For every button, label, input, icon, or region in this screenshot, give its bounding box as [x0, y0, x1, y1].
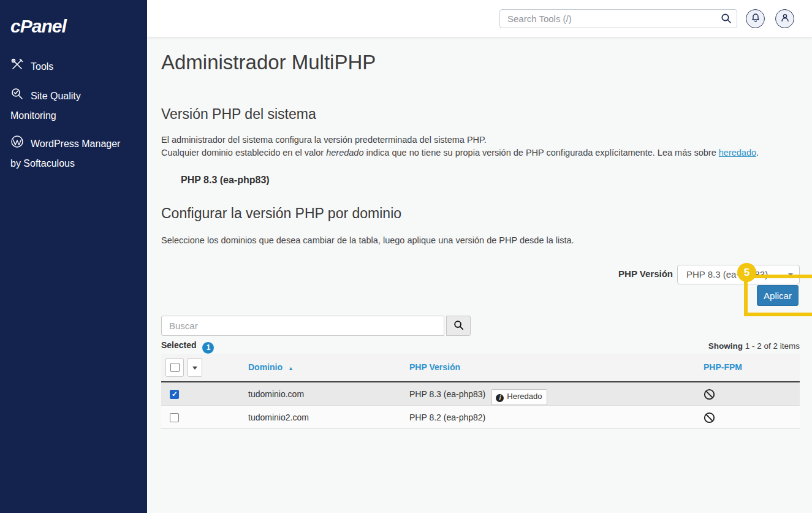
select-all-dropdown[interactable]: [188, 358, 202, 377]
sidebar-item-wordpress-manager[interactable]: WordPress Manager by Softaculous: [0, 135, 147, 173]
sidebar: cPanel Tools Site Quality Monitoring: [0, 0, 147, 513]
site-quality-icon: [10, 87, 25, 107]
prohibited-icon: [704, 412, 715, 425]
table-row: tudominio.com PHP 8.3 (ea-php83)Heredado: [161, 381, 800, 405]
column-header-domain[interactable]: Dominio ▲: [248, 362, 294, 372]
system-php-description: El administrador del sistema configura l…: [161, 134, 811, 159]
table-header: Dominio ▲ PHP Versión PHP-FPM: [161, 354, 800, 381]
inherited-italic: heredado: [326, 148, 363, 158]
column-header-php-fpm[interactable]: PHP-FPM: [704, 362, 742, 372]
sidebar-item-site-quality-monitoring[interactable]: Site Quality Monitoring: [0, 87, 147, 125]
page-title: Administrador MultiPHP: [161, 51, 376, 74]
per-domain-description: Seleccione los dominios que desea cambia…: [161, 234, 811, 247]
select-all-control: [165, 358, 202, 377]
info-icon: [496, 394, 504, 402]
showing-items: Showing 1 - 2 of 2 items: [708, 341, 800, 351]
top-header: [147, 0, 812, 37]
sidebar-item-tools[interactable]: Tools: [0, 58, 147, 77]
cpanel-logo[interactable]: cPanel: [0, 0, 147, 37]
php-version-cell: PHP 8.2 (ea-php82): [409, 412, 485, 422]
sidebar-item-label: Tools: [31, 61, 53, 72]
php-version-select[interactable]: PHP 8.3 (ea-php83): [677, 265, 800, 284]
column-header-php-version[interactable]: PHP Versión: [409, 362, 460, 372]
php-version-selected-value: PHP 8.3 (ea-php83): [686, 269, 768, 279]
checkbox-icon: [170, 363, 180, 372]
row-checkbox[interactable]: [170, 413, 179, 422]
tools-search: [499, 9, 737, 28]
sidebar-nav: Tools Site Quality Monitoring WordPress …: [0, 58, 147, 173]
selected-count-badge: 1: [202, 342, 214, 354]
inherited-badge: Heredado: [491, 389, 547, 405]
search-icon[interactable]: [721, 13, 732, 26]
system-php-version: PHP 8.3 (ea-php83): [181, 175, 270, 186]
table-search-button[interactable]: [446, 316, 471, 336]
per-domain-heading: Configurar la versión PHP por dominio: [161, 205, 401, 222]
php-version-label: PHP Versión: [618, 268, 673, 279]
main-content: Administrador MultiPHP Versión PHP del s…: [147, 37, 812, 513]
row-checkbox[interactable]: [170, 390, 179, 399]
table-search-input[interactable]: [161, 316, 444, 336]
sort-asc-icon: ▲: [288, 365, 294, 371]
tools-icon: [10, 58, 25, 77]
prohibited-icon: [704, 389, 715, 402]
select-all-checkbox[interactable]: [165, 358, 184, 377]
search-input[interactable]: [499, 9, 737, 28]
domain-cell: tudominio2.com: [248, 412, 309, 422]
user-icon: [780, 13, 790, 25]
inherited-link[interactable]: heredado: [719, 148, 756, 158]
wordpress-icon: [10, 135, 25, 154]
account-button[interactable]: [775, 9, 794, 28]
system-php-heading: Versión PHP del sistema: [161, 106, 316, 123]
chevron-down-icon: [192, 367, 197, 370]
domains-table: Dominio ▲ PHP Versión PHP-FPM tudominio.…: [161, 354, 800, 429]
notifications-button[interactable]: [746, 9, 765, 28]
bell-icon: [751, 13, 761, 25]
apply-button[interactable]: Aplicar: [757, 285, 799, 306]
table-search: [161, 316, 471, 336]
selected-counter: Selected 1: [161, 340, 214, 354]
sidebar-item-label: WordPress Manager: [31, 139, 120, 149]
chevron-down-icon: [788, 273, 793, 276]
sidebar-item-label: Site Quality: [31, 91, 81, 101]
table-row: tudominio2.com PHP 8.2 (ea-php82): [161, 405, 800, 429]
domain-cell: tudominio.com: [248, 389, 304, 399]
php-version-cell: PHP 8.3 (ea-php83)Heredado: [409, 389, 547, 405]
